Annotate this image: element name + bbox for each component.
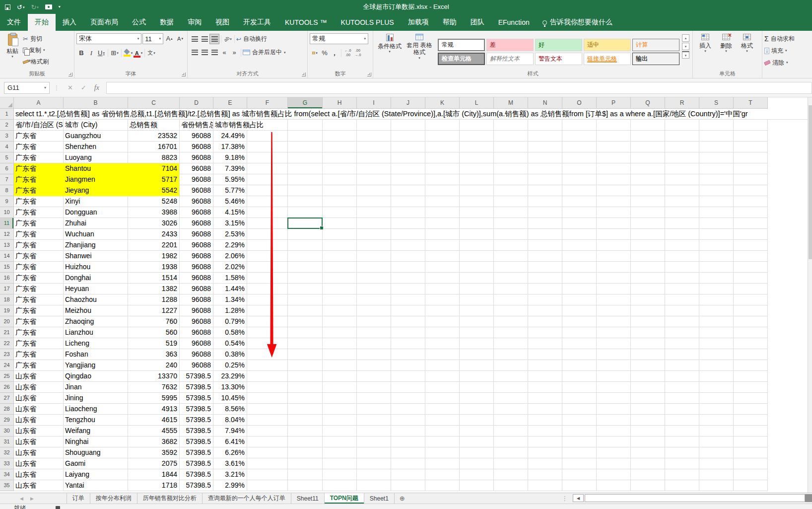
cell-province[interactable]: 广东省 — [14, 327, 64, 338]
merge-center-button[interactable]: 合并后居中▾ — [243, 48, 286, 58]
empty-filler[interactable] — [768, 196, 808, 207]
empty-cell[interactable] — [357, 120, 391, 131]
empty-cell[interactable] — [597, 349, 631, 360]
clear-button[interactable]: 清除▾ — [764, 58, 810, 68]
empty-filler[interactable] — [768, 458, 808, 469]
cell-total[interactable]: 1718 — [128, 480, 180, 491]
empty-cell[interactable] — [288, 152, 323, 163]
cell-city[interactable]: Donghai — [64, 273, 128, 284]
empty-cell[interactable] — [494, 185, 528, 196]
empty-cell[interactable] — [699, 240, 734, 251]
empty-cell[interactable] — [323, 174, 357, 185]
cell-share[interactable]: 13.30% — [213, 382, 247, 393]
cell-city[interactable]: Shanwei — [64, 251, 128, 262]
empty-cell[interactable] — [597, 426, 631, 436]
empty-cell[interactable] — [665, 338, 699, 349]
empty-cell[interactable] — [425, 305, 460, 316]
empty-cell[interactable] — [247, 360, 288, 371]
empty-cell[interactable] — [425, 480, 460, 491]
cell-share[interactable]: 2.29% — [213, 240, 247, 251]
empty-cell[interactable] — [357, 415, 391, 426]
empty-cell[interactable] — [734, 185, 768, 196]
empty-cell[interactable] — [357, 393, 391, 404]
ribbon-tab-加载项[interactable]: 加载项 — [401, 14, 436, 31]
cell-share[interactable]: 1.28% — [213, 305, 247, 316]
empty-cell[interactable] — [425, 251, 460, 262]
empty-cell[interactable] — [288, 294, 323, 305]
empty-cell[interactable] — [528, 316, 562, 327]
empty-cell[interactable] — [699, 426, 734, 436]
empty-cell[interactable] — [699, 174, 734, 185]
empty-cell[interactable] — [699, 152, 734, 163]
cell-city[interactable]: Wuchuan — [64, 229, 128, 240]
ribbon-tab-文件[interactable]: 文件 — [0, 14, 28, 31]
decrease-font-icon[interactable]: A▾ — [175, 33, 185, 44]
column-header-A[interactable]: A — [14, 97, 64, 109]
row-header-23[interactable]: 23 — [0, 349, 14, 360]
empty-cell[interactable] — [323, 316, 357, 327]
cell-province-total[interactable]: 57398.5 — [180, 371, 213, 382]
ribbon-tab-KUTOOLS PLUS[interactable]: KUTOOLS PLUS — [334, 14, 401, 31]
empty-cell[interactable] — [562, 163, 597, 174]
empty-cell[interactable] — [665, 174, 699, 185]
empty-cell[interactable] — [631, 174, 665, 185]
empty-cell[interactable] — [425, 273, 460, 284]
cell-city[interactable]: Laiyang — [64, 469, 128, 480]
empty-cell[interactable] — [323, 218, 357, 229]
sheet-tab-按年分布利润[interactable]: 按年分布利润 — [90, 493, 137, 504]
empty-cell[interactable] — [631, 240, 665, 251]
empty-cell[interactable] — [528, 294, 562, 305]
empty-cell[interactable] — [494, 229, 528, 240]
empty-cell[interactable] — [734, 469, 768, 480]
empty-cell[interactable] — [357, 131, 391, 142]
empty-cell[interactable] — [562, 480, 597, 491]
cell-province[interactable]: 山东省 — [14, 382, 64, 393]
cancel-icon[interactable]: ✕ — [68, 84, 73, 91]
empty-cell[interactable] — [734, 163, 768, 174]
cell-city[interactable]: Zhuhai — [64, 218, 128, 229]
empty-cell[interactable] — [494, 284, 528, 294]
empty-filler[interactable] — [768, 142, 808, 152]
comma-style-icon[interactable]: ， — [330, 48, 339, 58]
empty-cell[interactable] — [699, 120, 734, 131]
empty-cell[interactable] — [597, 174, 631, 185]
empty-cell[interactable] — [528, 207, 562, 218]
empty-filler[interactable] — [768, 152, 808, 163]
cell-province-total[interactable]: 96088 — [180, 305, 213, 316]
cell-province[interactable]: 广东省 — [14, 163, 64, 174]
save-icon[interactable] — [5, 4, 10, 10]
empty-cell[interactable] — [288, 436, 323, 447]
empty-cell[interactable] — [597, 284, 631, 294]
empty-cell[interactable] — [528, 218, 562, 229]
empty-cell[interactable] — [528, 447, 562, 458]
empty-cell[interactable] — [528, 229, 562, 240]
cell-total[interactable]: 5542 — [128, 185, 180, 196]
empty-cell[interactable] — [247, 469, 288, 480]
sql-formula-cell[interactable]: select t1.*,t2.[总销售额] as 省份销售总额,t1.[总销售额… — [14, 109, 808, 120]
cell-total[interactable]: 4913 — [128, 404, 180, 415]
empty-filler[interactable] — [768, 174, 808, 185]
cell-share[interactable]: 5.77% — [213, 185, 247, 196]
empty-cell[interactable] — [699, 338, 734, 349]
copy-button[interactable]: 复制▾ — [23, 45, 49, 55]
empty-cell[interactable] — [734, 262, 768, 273]
formula-input[interactable] — [106, 82, 812, 94]
empty-cell[interactable] — [494, 415, 528, 426]
empty-cell[interactable] — [631, 426, 665, 436]
empty-cell[interactable] — [460, 393, 494, 404]
cell-province[interactable]: 广东省 — [14, 207, 64, 218]
empty-cell[interactable] — [699, 404, 734, 415]
empty-cell[interactable] — [323, 338, 357, 349]
empty-cell[interactable] — [562, 229, 597, 240]
column-header-L[interactable]: L — [460, 97, 494, 109]
empty-cell[interactable] — [528, 404, 562, 415]
cell-total[interactable]: 519 — [128, 338, 180, 349]
empty-cell[interactable] — [631, 284, 665, 294]
cell-city[interactable]: Heyuan — [64, 284, 128, 294]
empty-cell[interactable] — [562, 131, 597, 142]
empty-cell[interactable] — [391, 273, 425, 284]
align-right-icon[interactable] — [209, 47, 219, 58]
cell-province-total[interactable]: 96088 — [180, 142, 213, 152]
empty-cell[interactable] — [631, 327, 665, 338]
formula-bar-splitter[interactable]: ⋮ — [54, 84, 60, 91]
